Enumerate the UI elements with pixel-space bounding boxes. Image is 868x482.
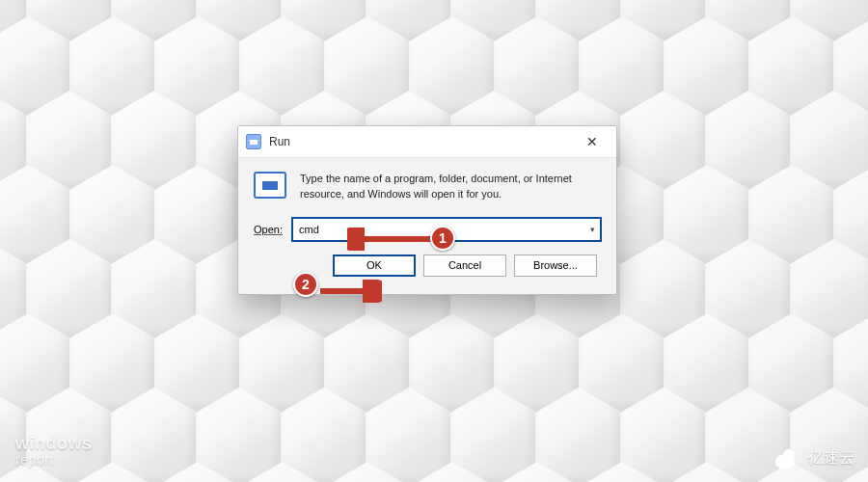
annotation-badge-2: 2 [293,272,318,297]
run-icon [254,172,286,199]
ok-button[interactable]: OK [333,254,416,277]
annotation-badge-1: 1 [430,226,455,251]
run-dialog: Run ✕ Type the name of a program, folder… [237,125,617,295]
annotation-arrow-2 [314,280,382,303]
cloud-icon [773,449,802,469]
annotation-arrow-1 [347,228,434,251]
titlebar[interactable]: Run ✕ [238,126,616,158]
cancel-button[interactable]: Cancel [423,254,506,277]
run-icon [246,134,261,149]
browse-button[interactable]: Browse... [514,254,597,277]
close-icon: ✕ [586,134,598,149]
dialog-title: Run [269,135,290,148]
watermark-yisu: 亿速云 [773,448,854,469]
close-button[interactable]: ✕ [578,132,607,151]
watermark-windowsreport: windows report [15,435,93,467]
open-label: Open: [254,224,283,235]
dialog-description: Type the name of a program, folder, docu… [300,172,601,202]
